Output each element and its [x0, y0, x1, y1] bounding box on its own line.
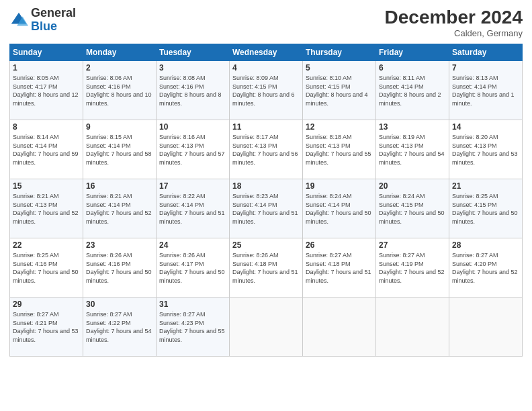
cell-info: Sunrise: 8:09 AMSunset: 4:15 PMDaylight:…	[232, 75, 295, 107]
cell-info: Sunrise: 8:06 AMSunset: 4:16 PMDaylight:…	[86, 75, 152, 107]
table-row: 23 Sunrise: 8:26 AMSunset: 4:16 PMDaylig…	[83, 238, 157, 298]
day-number: 9	[86, 122, 153, 132]
logo: General Blue	[9, 7, 76, 34]
day-number: 30	[86, 300, 153, 309]
cell-info: Sunrise: 8:14 AMSunset: 4:14 PMDaylight:…	[13, 134, 79, 166]
page-container: General Blue December 2024 Calden, Germa…	[0, 0, 532, 411]
table-row: 12 Sunrise: 8:18 AMSunset: 4:13 PMDaylig…	[303, 120, 376, 179]
cell-info: Sunrise: 8:27 AMSunset: 4:23 PMDaylight:…	[159, 311, 225, 343]
table-row: 16 Sunrise: 8:21 AMSunset: 4:14 PMDaylig…	[83, 179, 157, 238]
day-number: 10	[159, 122, 226, 132]
calendar-week-row: 22 Sunrise: 8:25 AMSunset: 4:16 PMDaylig…	[10, 238, 523, 298]
table-row: 17 Sunrise: 8:22 AMSunset: 4:14 PMDaylig…	[157, 179, 230, 238]
day-number: 25	[232, 240, 300, 250]
logo-blue: Blue	[31, 19, 57, 33]
cell-info: Sunrise: 8:27 AMSunset: 4:18 PMDaylight:…	[306, 252, 371, 284]
col-sunday: Sunday	[10, 44, 83, 61]
day-number: 17	[159, 181, 226, 191]
cell-info: Sunrise: 8:23 AMSunset: 4:14 PMDaylight:…	[232, 193, 298, 225]
cell-info: Sunrise: 8:05 AMSunset: 4:17 PMDaylight:…	[13, 75, 79, 107]
location-subtitle: Calden, Germany	[385, 28, 523, 38]
cell-info: Sunrise: 8:20 AMSunset: 4:13 PMDaylight:…	[452, 134, 518, 166]
col-saturday: Saturday	[449, 44, 523, 61]
table-row	[376, 298, 449, 357]
day-number: 20	[379, 181, 446, 191]
table-row: 19 Sunrise: 8:24 AMSunset: 4:14 PMDaylig…	[303, 179, 376, 238]
cell-info: Sunrise: 8:27 AMSunset: 4:19 PMDaylight:…	[379, 252, 445, 284]
table-row: 11 Sunrise: 8:17 AMSunset: 4:13 PMDaylig…	[230, 120, 303, 179]
day-number: 11	[232, 122, 300, 132]
col-friday: Friday	[376, 44, 449, 61]
cell-info: Sunrise: 8:26 AMSunset: 4:16 PMDaylight:…	[86, 252, 152, 284]
table-row: 31 Sunrise: 8:27 AMSunset: 4:23 PMDaylig…	[157, 298, 230, 357]
cell-info: Sunrise: 8:26 AMSunset: 4:17 PMDaylight:…	[159, 252, 225, 284]
cell-info: Sunrise: 8:18 AMSunset: 4:13 PMDaylight:…	[306, 134, 371, 166]
logo-general: General	[31, 6, 76, 19]
table-row: 30 Sunrise: 8:27 AMSunset: 4:22 PMDaylig…	[83, 298, 157, 357]
day-number: 12	[306, 122, 373, 132]
table-row: 4 Sunrise: 8:09 AMSunset: 4:15 PMDayligh…	[230, 61, 303, 120]
day-number: 5	[306, 63, 373, 73]
table-row: 29 Sunrise: 8:27 AMSunset: 4:21 PMDaylig…	[10, 298, 83, 357]
table-row: 14 Sunrise: 8:20 AMSunset: 4:13 PMDaylig…	[449, 120, 523, 179]
day-number: 21	[452, 181, 519, 191]
table-row: 8 Sunrise: 8:14 AMSunset: 4:14 PMDayligh…	[10, 120, 83, 179]
col-monday: Monday	[83, 44, 157, 61]
calendar-week-row: 29 Sunrise: 8:27 AMSunset: 4:21 PMDaylig…	[10, 298, 523, 357]
cell-info: Sunrise: 8:24 AMSunset: 4:14 PMDaylight:…	[306, 193, 371, 225]
col-wednesday: Wednesday	[230, 44, 303, 61]
cell-info: Sunrise: 8:19 AMSunset: 4:13 PMDaylight:…	[379, 134, 445, 166]
calendar-header-row: Sunday Monday Tuesday Wednesday Thursday…	[10, 44, 523, 61]
table-row: 15 Sunrise: 8:21 AMSunset: 4:13 PMDaylig…	[10, 179, 83, 238]
day-number: 14	[452, 122, 519, 132]
table-row: 5 Sunrise: 8:10 AMSunset: 4:15 PMDayligh…	[303, 61, 376, 120]
day-number: 2	[86, 63, 153, 73]
cell-info: Sunrise: 8:21 AMSunset: 4:13 PMDaylight:…	[13, 193, 79, 225]
day-number: 15	[13, 181, 80, 191]
day-number: 23	[86, 240, 153, 250]
table-row: 2 Sunrise: 8:06 AMSunset: 4:16 PMDayligh…	[83, 61, 157, 120]
day-number: 13	[379, 122, 446, 132]
cell-info: Sunrise: 8:26 AMSunset: 4:18 PMDaylight:…	[232, 252, 298, 284]
table-row: 13 Sunrise: 8:19 AMSunset: 4:13 PMDaylig…	[376, 120, 449, 179]
table-row: 25 Sunrise: 8:26 AMSunset: 4:18 PMDaylig…	[230, 238, 303, 298]
table-row: 18 Sunrise: 8:23 AMSunset: 4:14 PMDaylig…	[230, 179, 303, 238]
title-section: December 2024 Calden, Germany	[385, 7, 523, 38]
day-number: 18	[232, 181, 300, 191]
cell-info: Sunrise: 8:25 AMSunset: 4:16 PMDaylight:…	[13, 252, 79, 284]
cell-info: Sunrise: 8:11 AMSunset: 4:14 PMDaylight:…	[379, 75, 441, 107]
table-row	[230, 298, 303, 357]
day-number: 28	[452, 240, 519, 250]
table-row: 28 Sunrise: 8:27 AMSunset: 4:20 PMDaylig…	[449, 238, 523, 298]
day-number: 29	[13, 300, 80, 309]
table-row: 24 Sunrise: 8:26 AMSunset: 4:17 PMDaylig…	[157, 238, 230, 298]
day-number: 19	[306, 181, 373, 191]
table-row: 7 Sunrise: 8:13 AMSunset: 4:14 PMDayligh…	[449, 61, 523, 120]
table-row: 27 Sunrise: 8:27 AMSunset: 4:19 PMDaylig…	[376, 238, 449, 298]
page-header: General Blue December 2024 Calden, Germa…	[9, 7, 523, 38]
calendar-week-row: 8 Sunrise: 8:14 AMSunset: 4:14 PMDayligh…	[10, 120, 523, 179]
cell-info: Sunrise: 8:17 AMSunset: 4:13 PMDaylight:…	[232, 134, 298, 166]
table-row	[449, 298, 523, 357]
day-number: 26	[306, 240, 373, 250]
table-row: 22 Sunrise: 8:25 AMSunset: 4:16 PMDaylig…	[10, 238, 83, 298]
month-title: December 2024	[385, 7, 523, 28]
cell-info: Sunrise: 8:13 AMSunset: 4:14 PMDaylight:…	[452, 75, 515, 107]
day-number: 4	[232, 63, 300, 73]
day-number: 8	[13, 122, 80, 132]
col-tuesday: Tuesday	[157, 44, 230, 61]
cell-info: Sunrise: 8:08 AMSunset: 4:16 PMDaylight:…	[159, 75, 222, 107]
table-row: 20 Sunrise: 8:24 AMSunset: 4:15 PMDaylig…	[376, 179, 449, 238]
table-row: 6 Sunrise: 8:11 AMSunset: 4:14 PMDayligh…	[376, 61, 449, 120]
day-number: 1	[13, 63, 80, 73]
table-row	[303, 298, 376, 357]
cell-info: Sunrise: 8:22 AMSunset: 4:14 PMDaylight:…	[159, 193, 225, 225]
day-number: 27	[379, 240, 446, 250]
table-row: 1 Sunrise: 8:05 AMSunset: 4:17 PMDayligh…	[10, 61, 83, 120]
logo-icon	[9, 11, 28, 30]
day-number: 6	[379, 63, 446, 73]
cell-info: Sunrise: 8:25 AMSunset: 4:15 PMDaylight:…	[452, 193, 518, 225]
calendar-week-row: 1 Sunrise: 8:05 AMSunset: 4:17 PMDayligh…	[10, 61, 523, 120]
cell-info: Sunrise: 8:24 AMSunset: 4:15 PMDaylight:…	[379, 193, 445, 225]
cell-info: Sunrise: 8:27 AMSunset: 4:20 PMDaylight:…	[452, 252, 518, 284]
